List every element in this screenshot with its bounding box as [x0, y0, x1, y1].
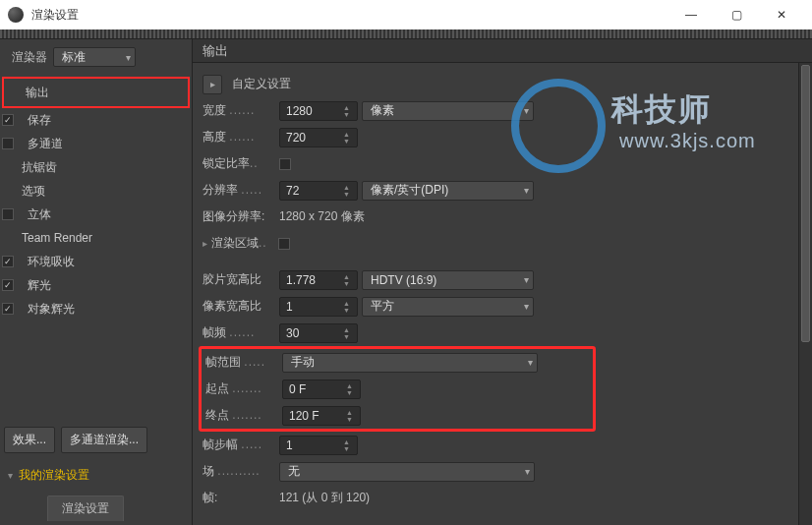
width-unit-select[interactable]: 像素: [362, 101, 534, 121]
toolbar-strip: [0, 29, 812, 39]
stepper-down-icon[interactable]: ▼: [346, 416, 358, 423]
minimize-button[interactable]: —: [668, 0, 714, 29]
checkbox-icon[interactable]: [2, 208, 14, 220]
renderer-select[interactable]: 标准: [53, 47, 136, 67]
sidebar-item-label: 辉光: [28, 277, 51, 294]
sidebar-item-multipass[interactable]: 多通道: [0, 132, 192, 155]
pixel-aspect-input[interactable]: 1 ▲▼: [279, 297, 358, 317]
stepper-up-icon[interactable]: ▲: [343, 326, 355, 333]
scrollbar[interactable]: [798, 63, 812, 525]
sidebar-item-label: 抗锯齿: [22, 159, 57, 176]
preset-label: 我的渲染设置: [19, 467, 89, 484]
annotation-highlight-frame-range: 帧范围 ..... 手动 起点 ....... 0 F ▲▼ 终点 ......…: [199, 346, 596, 432]
scrollbar-thumb: [801, 65, 810, 342]
preset-menu-button[interactable]: ▸: [203, 75, 222, 94]
sidebar: 渲染器 标准 输出 保存 多通道 抗锯齿 选项: [0, 39, 193, 525]
sidebar-item-object-glow[interactable]: 对象辉光: [0, 297, 192, 321]
checkbox-icon[interactable]: [2, 114, 14, 126]
annotation-highlight-output: 输出: [2, 77, 190, 108]
pixel-aspect-select[interactable]: 平方: [362, 297, 534, 317]
chevron-down-icon[interactable]: ▾: [8, 470, 13, 481]
resolution-label: 分辨率 .....: [203, 182, 275, 199]
field-label: 场 ..........: [203, 463, 275, 480]
checkbox-icon[interactable]: [2, 303, 14, 315]
sidebar-item-label: 多通道: [28, 136, 63, 152]
width-input[interactable]: 1280 ▲▼: [279, 101, 358, 121]
multipass-render-button[interactable]: 多通道渲染...: [61, 427, 147, 453]
titlebar: 渲染设置 — ▢ ✕: [0, 0, 812, 29]
film-aspect-label: 胶片宽高比: [203, 271, 275, 288]
end-label: 终点 .......: [205, 407, 278, 424]
stepper-up-icon[interactable]: ▲: [343, 184, 355, 191]
stepper-up-icon[interactable]: ▲: [343, 131, 355, 138]
sidebar-item-options[interactable]: 选项: [0, 179, 192, 203]
close-button[interactable]: ✕: [759, 0, 804, 29]
content-panel: 输出 ▸ 自定义设置 宽度 ...... 1280 ▲▼ 像素 高度 .....…: [193, 39, 812, 525]
step-label: 帧步幅 .....: [203, 437, 275, 453]
resolution-unit-select[interactable]: 像素/英寸(DPI): [362, 181, 534, 201]
stepper-down-icon[interactable]: ▼: [343, 191, 355, 198]
field-select[interactable]: 无: [279, 462, 535, 482]
stepper-up-icon[interactable]: ▲: [343, 438, 355, 445]
width-label: 宽度 ......: [203, 102, 275, 119]
pixel-aspect-label: 像素宽高比: [203, 298, 275, 315]
image-res-label: 图像分辨率:: [203, 208, 275, 225]
sidebar-item-label: 保存: [28, 112, 51, 129]
sidebar-item-antialiasing[interactable]: 抗锯齿: [0, 155, 192, 179]
fps-label: 帧频 ......: [203, 324, 275, 341]
stepper-up-icon[interactable]: ▲: [346, 409, 358, 416]
end-frame-input[interactable]: 120 F ▲▼: [282, 406, 361, 426]
stepper-up-icon[interactable]: ▲: [343, 273, 355, 280]
lock-ratio-checkbox[interactable]: [279, 158, 291, 170]
stepper-down-icon[interactable]: ▼: [343, 111, 355, 118]
sidebar-item-save[interactable]: 保存: [0, 108, 192, 132]
app-icon: [8, 7, 24, 23]
height-label: 高度 ......: [203, 129, 275, 146]
stepper-down-icon[interactable]: ▼: [343, 138, 355, 145]
stepper-down-icon[interactable]: ▼: [343, 280, 355, 287]
frames-value: 121 (从 0 到 120): [279, 490, 370, 506]
sidebar-item-glow[interactable]: 辉光: [0, 273, 192, 297]
custom-preset-label: 自定义设置: [232, 76, 291, 92]
preset-row[interactable]: ▾ 我的渲染设置: [0, 461, 192, 490]
checkbox-icon[interactable]: [2, 256, 14, 267]
frame-range-select[interactable]: 手动: [282, 353, 538, 373]
render-region-checkbox[interactable]: [278, 238, 290, 250]
content-header: 输出: [193, 39, 812, 63]
renderer-label: 渲染器: [12, 49, 47, 66]
stepper-down-icon[interactable]: ▼: [343, 307, 355, 314]
chevron-right-icon[interactable]: ▸: [203, 238, 207, 249]
tab-render-settings[interactable]: 渲染设置: [47, 496, 124, 521]
stepper-up-icon[interactable]: ▲: [343, 104, 355, 111]
lock-ratio-label: 锁定比率..: [203, 155, 275, 172]
render-region-label: 渲染区域..: [211, 235, 274, 252]
fps-input[interactable]: 30 ▲▼: [279, 323, 358, 343]
frames-label: 帧:: [203, 490, 275, 506]
start-frame-input[interactable]: 0 F ▲▼: [282, 379, 361, 399]
sidebar-item-label: 选项: [22, 183, 45, 200]
maximize-button[interactable]: ▢: [714, 0, 759, 29]
sidebar-item-stereo[interactable]: 立体: [0, 203, 192, 226]
stepper-up-icon[interactable]: ▲: [343, 300, 355, 307]
stepper-down-icon[interactable]: ▼: [343, 445, 355, 452]
stepper-down-icon[interactable]: ▼: [343, 333, 355, 340]
sidebar-item-ao[interactable]: 环境吸收: [0, 250, 192, 273]
sidebar-list: 输出 保存 多通道 抗锯齿 选项 立体: [0, 77, 192, 419]
sidebar-item-label: 环境吸收: [28, 254, 75, 270]
window-title: 渲染设置: [31, 7, 668, 24]
frame-step-input[interactable]: 1 ▲▼: [279, 436, 358, 455]
height-input[interactable]: 720 ▲▼: [279, 128, 358, 147]
sidebar-item-output[interactable]: 输出: [4, 81, 188, 104]
effects-button[interactable]: 效果...: [4, 427, 55, 453]
stepper-down-icon[interactable]: ▼: [346, 389, 358, 396]
frame-range-label: 帧范围 .....: [205, 354, 278, 371]
film-aspect-select[interactable]: HDTV (16:9): [362, 270, 534, 290]
film-aspect-input[interactable]: 1.778 ▲▼: [279, 270, 358, 290]
window-controls: — ▢ ✕: [668, 0, 804, 29]
sidebar-item-label: 对象辉光: [28, 301, 75, 318]
checkbox-icon[interactable]: [2, 279, 14, 291]
stepper-up-icon[interactable]: ▲: [346, 382, 358, 389]
checkbox-icon[interactable]: [2, 138, 14, 149]
resolution-input[interactable]: 72 ▲▼: [279, 181, 358, 201]
sidebar-item-team-render[interactable]: Team Render: [0, 226, 192, 250]
